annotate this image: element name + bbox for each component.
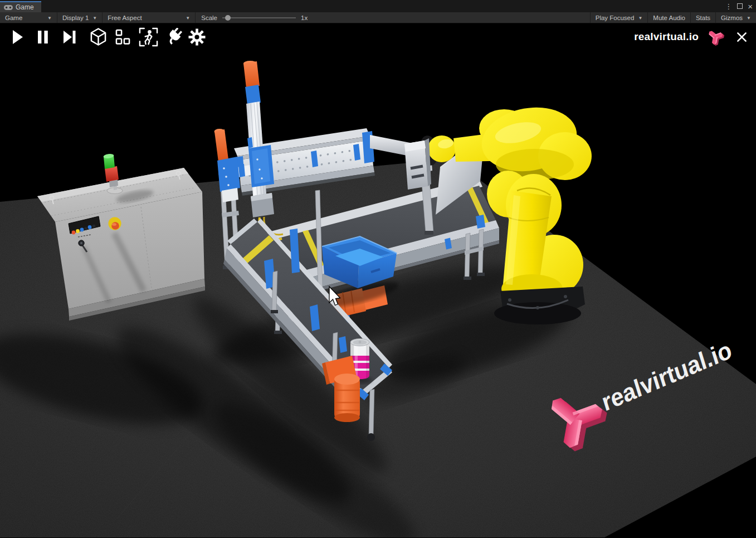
connect-plug-icon[interactable] xyxy=(165,28,184,46)
aspect-ratio-dropdown[interactable]: Free Aspect▼ xyxy=(103,12,195,23)
runtime-toolbar: realvirtual.io xyxy=(0,23,756,50)
play-focused-dropdown[interactable]: Play Focused▼ xyxy=(591,12,648,23)
brand-logo-icon xyxy=(706,28,724,46)
chevron-down-icon: ▼ xyxy=(638,16,642,21)
chevron-down-icon: ▼ xyxy=(186,16,190,21)
modules-icon[interactable] xyxy=(115,29,130,45)
scale-label: Scale xyxy=(201,14,217,21)
scale-slider-knob[interactable] xyxy=(225,15,231,21)
robot-gripper xyxy=(404,138,431,190)
tab-bar: Game ⋮ × xyxy=(0,0,756,12)
display-dropdown[interactable]: Display 1▼ xyxy=(57,12,102,23)
panel-knob xyxy=(92,225,96,228)
game-view-toolbar: Game▼ Display 1▼ Free Aspect▼ Scale 1x P… xyxy=(0,12,756,23)
scale-control: Scale 1x xyxy=(196,12,313,23)
gamepad-icon xyxy=(4,4,13,11)
caster-wheel xyxy=(367,433,375,441)
close-icon[interactable] xyxy=(737,32,747,42)
game-viewport[interactable]: realvirtual.io xyxy=(0,50,756,537)
runtime-person-icon[interactable] xyxy=(139,27,158,47)
unity-game-window: Game ⋮ × Game▼ Display 1▼ Free Aspect▼ S… xyxy=(0,0,756,538)
play-icon[interactable] xyxy=(12,30,23,44)
cube-icon[interactable] xyxy=(90,27,107,46)
panel-knob xyxy=(84,227,87,230)
window-menu-icon[interactable]: ⋮ xyxy=(725,3,732,10)
window-close-icon[interactable]: × xyxy=(748,2,753,11)
game-mode-dropdown[interactable]: Game▼ xyxy=(0,12,57,23)
scale-value: 1x xyxy=(301,14,308,21)
game-render-area: realvirtual.io xyxy=(0,23,756,537)
step-forward-icon[interactable] xyxy=(64,31,76,43)
settings-gear-icon[interactable] xyxy=(188,28,206,46)
window-controls: ⋮ × xyxy=(725,0,753,12)
panel-button-yellow xyxy=(76,229,80,233)
stats-button[interactable]: Stats xyxy=(691,12,715,23)
scene-3d: realvirtual.io xyxy=(0,50,756,537)
tab-game[interactable]: Game xyxy=(0,1,41,12)
emergency-stop xyxy=(109,217,121,230)
panel-button-blue xyxy=(88,225,92,229)
chevron-down-icon: ▼ xyxy=(747,16,751,21)
chevron-down-icon: ▼ xyxy=(92,16,97,21)
tab-game-label: Game xyxy=(16,3,34,11)
runtime-brand-label: realvirtual.io xyxy=(634,31,699,43)
panel-button-blue xyxy=(80,228,84,232)
chevron-down-icon: ▼ xyxy=(47,16,52,21)
window-maximize-icon[interactable] xyxy=(737,3,743,9)
scale-slider[interactable] xyxy=(222,17,296,18)
gizmos-dropdown[interactable]: Gizmos▼ xyxy=(716,12,756,23)
mute-audio-button[interactable]: Mute Audio xyxy=(648,12,690,23)
panel-button-red xyxy=(72,231,76,235)
pause-icon[interactable] xyxy=(38,31,48,43)
